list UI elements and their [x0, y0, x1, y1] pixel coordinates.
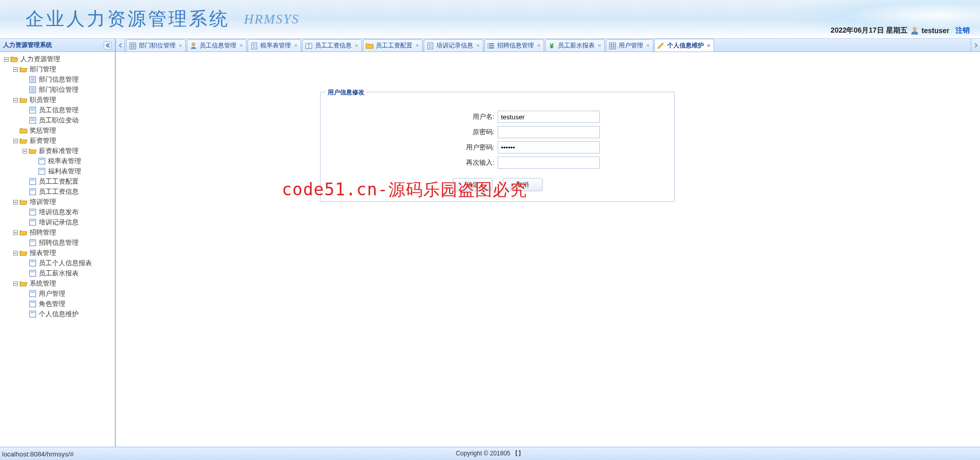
svg-rect-35 [30, 209, 36, 215]
svg-rect-27 [39, 168, 45, 174]
minus-icon[interactable] [12, 66, 18, 72]
tree-leaf-tax-rate[interactable]: 税率表管理 [1, 156, 114, 166]
tab-8[interactable]: 用户管理× [606, 39, 653, 52]
tree-leaf-welfare[interactable]: 福利表管理 [1, 166, 114, 176]
tree-node-sys-mgmt[interactable]: 系统管理 [1, 278, 114, 289]
tree-label: 人力资源管理 [20, 55, 60, 64]
sidebar-title: 人力资源管理系统 [3, 41, 52, 49]
tree-leaf-recruit-info[interactable]: 招聘信息管理 [1, 238, 114, 248]
tree-node-salary-std[interactable]: 薪资标准管理 [1, 146, 114, 156]
tab-close-icon[interactable]: × [706, 43, 712, 48]
doc-icon [426, 42, 434, 50]
tree-leaf-salary-info[interactable]: 员工工资信息 [1, 187, 114, 197]
sidebar-collapse-button[interactable] [104, 41, 112, 49]
minus-icon[interactable] [12, 199, 18, 205]
tab-4[interactable]: 员工工资配置× [363, 39, 423, 52]
user-icon [189, 42, 198, 50]
ok-button[interactable]: 确定 [453, 178, 493, 191]
tree-leaf-emp-salary-report[interactable]: 员工薪水报表 [1, 268, 114, 278]
tab-close-icon[interactable]: × [293, 43, 299, 48]
tree-leaf-training-publish[interactable]: 培训信息发布 [1, 207, 114, 217]
status-bar-url: localhost:8084/hrmsys/# [2, 450, 74, 458]
confirm-password-input[interactable] [498, 157, 600, 169]
folder-open-icon [29, 147, 37, 155]
leaf-icon [29, 290, 37, 298]
tree-leaf-personal-info[interactable]: 个人信息维护 [1, 309, 114, 319]
username-input[interactable] [498, 111, 600, 123]
leaf-icon [29, 116, 37, 124]
minus-icon[interactable] [12, 97, 18, 103]
tree-node-root[interactable]: 人力资源管理 [1, 54, 114, 64]
tree-label: 用户管理 [39, 289, 65, 298]
tree-leaf-dept-position[interactable]: 部门职位管理 [1, 85, 114, 95]
tab-close-icon[interactable]: × [178, 43, 183, 48]
tree-leaf-training-record[interactable]: 培训记录信息 [1, 217, 114, 227]
tab-7[interactable]: ¥员工薪水报表× [545, 39, 605, 52]
tab-label: 部门职位管理 [139, 41, 176, 50]
tab-close-icon[interactable]: × [475, 43, 481, 48]
cancel-button[interactable]: 取消 [503, 178, 543, 191]
tab-label: 税率表管理 [260, 41, 291, 50]
tab-6[interactable]: 招聘信息管理× [484, 39, 544, 52]
tree-label: 培训管理 [30, 197, 56, 207]
folder-open-icon [10, 55, 18, 63]
list-icon [487, 42, 495, 50]
tab-close-icon[interactable]: × [238, 43, 244, 48]
old-password-input[interactable] [498, 126, 600, 138]
tree-leaf-dept-info[interactable]: 部门信息管理 [1, 74, 114, 85]
tab-close-icon[interactable]: × [414, 43, 420, 48]
minus-icon[interactable] [12, 280, 18, 287]
minus-icon[interactable] [12, 138, 18, 144]
tree-node-report-mgmt[interactable]: 报表管理 [1, 248, 114, 258]
tree-node-recruit-mgmt[interactable]: 招聘管理 [1, 227, 114, 238]
tree-leaf-emp-info[interactable]: 员工信息管理 [1, 105, 114, 115]
tab-2[interactable]: 税率表管理× [248, 39, 301, 52]
tree-leaf-salary-config[interactable]: 员工工资配置 [1, 176, 114, 187]
old-password-label: 原密码: [396, 127, 498, 137]
svg-rect-47 [30, 270, 36, 276]
tab-0[interactable]: 部门职位管理× [126, 39, 186, 52]
confirm-password-label: 再次输入: [396, 158, 498, 167]
leaf-icon [29, 239, 37, 247]
tree-label: 奖惩管理 [30, 126, 56, 135]
tree-node-salary-mgmt[interactable]: 薪资管理 [1, 136, 114, 146]
leaf-icon [29, 218, 37, 226]
new-password-input[interactable] [498, 141, 600, 154]
minus-icon[interactable] [12, 229, 18, 236]
svg-rect-53 [30, 301, 36, 307]
minus-icon[interactable] [12, 250, 18, 256]
tree-node-reward-punish[interactable]: 奖惩管理 [1, 125, 114, 136]
folder-open-icon [19, 96, 28, 104]
tab-close-icon[interactable]: × [597, 43, 602, 48]
svg-rect-31 [30, 189, 36, 195]
svg-rect-29 [30, 178, 36, 185]
tree-leaf-role-mgmt[interactable]: 角色管理 [1, 299, 114, 309]
tree-label: 员工个人信息报表 [39, 259, 92, 268]
tree-label: 个人信息维护 [39, 310, 79, 319]
folder-icon [19, 126, 28, 135]
tab-scroll-right[interactable] [971, 39, 980, 52]
leaf-icon [38, 167, 46, 175]
tab-close-icon[interactable]: × [645, 43, 651, 48]
tree-leaf-emp-personal-report[interactable]: 员工个人信息报表 [1, 258, 114, 268]
svg-rect-57 [130, 43, 136, 49]
tree-node-dept-mgmt[interactable]: 部门管理 [1, 64, 114, 74]
minus-icon[interactable] [21, 148, 28, 154]
tree-leaf-emp-pos-change[interactable]: 员工职位变动 [1, 115, 114, 125]
tab-label: 员工信息管理 [200, 41, 236, 50]
tab-9[interactable]: 个人信息维护× [654, 39, 714, 52]
tab-1[interactable]: 员工信息管理× [187, 39, 247, 52]
logout-link[interactable]: 注销 [955, 26, 970, 35]
tab-close-icon[interactable]: × [536, 43, 542, 48]
leaf-icon [38, 157, 46, 165]
tab-scroll-left[interactable] [116, 39, 125, 52]
minus-icon[interactable] [3, 56, 9, 62]
tab-5[interactable]: 培训记录信息× [424, 39, 483, 52]
tab-3[interactable]: 员工工资信息× [302, 39, 362, 52]
tab-close-icon[interactable]: × [354, 43, 359, 48]
tree-node-staff-mgmt[interactable]: 职员管理 [1, 95, 114, 105]
tree-leaf-user-mgmt[interactable]: 用户管理 [1, 289, 114, 299]
svg-rect-51 [30, 291, 36, 297]
tab-label: 个人信息维护 [667, 41, 704, 50]
tree-node-training-mgmt[interactable]: 培训管理 [1, 197, 114, 207]
